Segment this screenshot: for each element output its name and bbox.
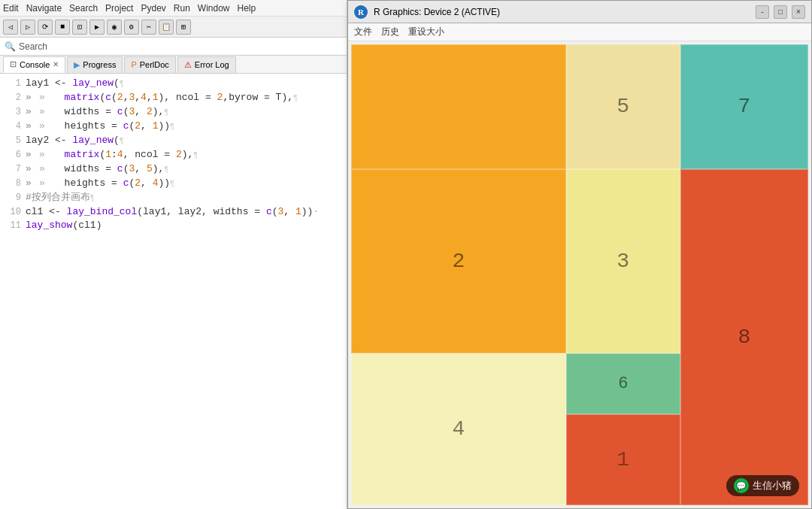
ide-toolbar: ◁ ▷ ⟳ ■ ⊡ ▶ ◉ ⚙ ✂ 📋 ⊞ (0, 17, 347, 38)
r-title-text: R R Graphics: Device 2 (ACTIVE) (354, 5, 500, 19)
r-title-bar: R R Graphics: Device 2 (ACTIVE) - □ × (348, 1, 811, 23)
menu-edit[interactable]: Edit (3, 3, 19, 14)
watermark-text: 生信小猪 (753, 479, 792, 492)
watermark: 💬 生信小猪 (726, 475, 799, 496)
plot-cell-bot-center-container: 6 1 (566, 353, 680, 505)
toolbar-btn-7[interactable]: ◉ (107, 20, 122, 35)
plot-label-2: 2 (452, 250, 465, 273)
r-logo-icon: R (354, 5, 368, 19)
toolbar-btn-11[interactable]: ⊞ (176, 20, 191, 35)
search-icon: 🔍 (5, 41, 16, 52)
toolbar-btn-1[interactable]: ◁ (3, 20, 18, 35)
ide-window: Edit Navigate Search Project Pydev Run W… (0, 0, 347, 509)
r-menu-history[interactable]: 历史 (381, 26, 399, 38)
r-window-title: R Graphics: Device 2 (ACTIVE) (374, 7, 500, 17)
plot-grid: 5 7 2 3 8 4 (351, 44, 808, 505)
r-win-controls: - □ × (756, 5, 805, 19)
toolbar-btn-9[interactable]: ✂ (141, 20, 156, 35)
close-button[interactable]: × (792, 5, 805, 19)
plot-label-1: 1 (617, 448, 629, 471)
plot-cell-mid-left: 2 (351, 169, 566, 353)
code-line-10: 10 cl1 <- lay_bind_col(lay1, lay2, width… (0, 205, 347, 219)
watermark-icon: 💬 (734, 478, 749, 493)
code-line-2: 2 » » matrix(c(2,3,4,1), ncol = 2,byrow … (0, 91, 347, 105)
plot-label-8: 8 (738, 326, 750, 349)
console-icon: ⊡ (10, 59, 17, 69)
plot-cell-bot-left: 4 (351, 353, 566, 505)
toolbar-btn-8[interactable]: ⚙ (124, 20, 139, 35)
plot-cell-right-tall: 8 (680, 169, 808, 505)
r-menu-resize[interactable]: 重设大小 (408, 26, 444, 38)
code-line-5: 5 lay2 <- lay_new(¶ (0, 134, 347, 148)
tab-error-log[interactable]: ⚠ Error Log (177, 56, 236, 73)
plot-cell-6: 6 (566, 353, 680, 414)
code-editor[interactable]: 1 lay1 <- lay_new(¶ 2 » » matrix(c(2,3,4… (0, 74, 347, 235)
search-bar: 🔍 Search (0, 38, 347, 56)
search-label: Search (19, 41, 47, 52)
progress-icon: ▶ (74, 60, 80, 70)
menu-project[interactable]: Project (105, 3, 133, 14)
r-menu-file[interactable]: 文件 (354, 26, 372, 38)
menu-navigate[interactable]: Navigate (26, 3, 62, 14)
menu-run[interactable]: Run (174, 3, 190, 14)
menu-pydev[interactable]: Pydev (141, 3, 165, 14)
minimize-button[interactable]: - (756, 5, 769, 19)
code-line-3: 3 » » widths = c(3, 2),¶ (0, 105, 347, 120)
tab-console-close[interactable]: ✕ (53, 60, 59, 68)
tab-console[interactable]: ⊡ Console ✕ (3, 56, 65, 73)
code-line-8: 8 » » heights = c(2, 4))¶ (0, 177, 347, 191)
menu-window[interactable]: Window (198, 3, 230, 14)
r-graphics-window: R R Graphics: Device 2 (ACTIVE) - □ × 文件… (347, 0, 812, 509)
menu-help[interactable]: Help (238, 3, 256, 14)
perldoc-icon: P (131, 60, 136, 69)
plot-label-5: 5 (617, 95, 629, 118)
code-line-1: 1 lay1 <- lay_new(¶ (0, 77, 347, 91)
tab-perldoc-label: PerlDoc (140, 60, 169, 69)
code-line-6: 6 » » matrix(1:4, ncol = 2),¶ (0, 148, 347, 162)
menu-search[interactable]: Search (69, 3, 98, 14)
tab-progress-label: Progress (83, 60, 116, 69)
toolbar-btn-5[interactable]: ⊡ (72, 20, 87, 35)
code-line-7: 7 » » widths = c(3, 5),¶ (0, 162, 347, 177)
toolbar-btn-2[interactable]: ▷ (20, 20, 35, 35)
plot-cell-mid-center: 3 (566, 169, 680, 353)
plot-label-3: 3 (617, 250, 629, 273)
plot-cell-top-middle: 5 (566, 44, 680, 169)
toolbar-btn-3[interactable]: ⟳ (38, 20, 53, 35)
tab-error-label: Error Log (195, 60, 229, 69)
maximize-button[interactable]: □ (774, 5, 787, 19)
plot-label-7: 7 (738, 95, 750, 118)
tab-perldoc[interactable]: P PerlDoc (124, 56, 175, 73)
plot-cell-top-right: 7 (680, 44, 808, 169)
error-icon: ⚠ (184, 60, 192, 70)
toolbar-btn-10[interactable]: 📋 (159, 20, 174, 35)
plot-cell-top-left (351, 44, 566, 169)
plot-label-6: 6 (618, 374, 628, 393)
ide-menu-bar: Edit Navigate Search Project Pydev Run W… (0, 0, 347, 17)
ide-tab-bar: ⊡ Console ✕ ▶ Progress P PerlDoc ⚠ Error… (0, 56, 347, 74)
tab-progress[interactable]: ▶ Progress (67, 56, 123, 73)
code-line-11: 11 lay_show(cl1) (0, 219, 347, 232)
code-line-9: 9 #按列合并画布¶ (0, 191, 347, 205)
r-plot-area: 5 7 2 3 8 4 (351, 44, 808, 505)
r-menu-bar: 文件 历史 重设大小 (348, 23, 811, 41)
tab-console-label: Console (20, 60, 50, 69)
toolbar-btn-4[interactable]: ■ (55, 20, 70, 35)
plot-label-4: 4 (452, 417, 465, 441)
plot-cell-1: 1 (566, 414, 680, 505)
toolbar-btn-6[interactable]: ▶ (89, 20, 105, 35)
code-line-4: 4 » » heights = c(2, 1))¶ (0, 120, 347, 134)
